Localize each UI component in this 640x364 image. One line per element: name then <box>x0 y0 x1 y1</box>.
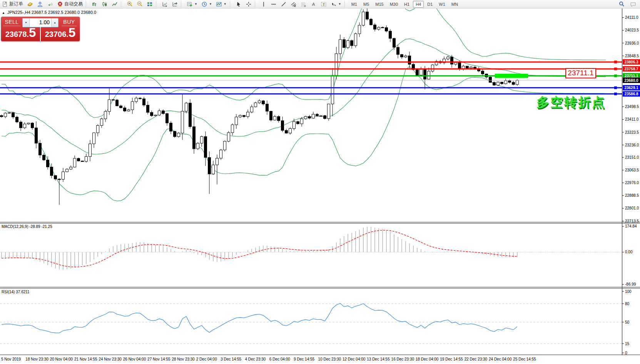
signals-button[interactable] <box>45 0 55 8</box>
candle-body <box>416 70 419 75</box>
macd-histogram-bar <box>228 252 229 259</box>
crosshair-button[interactable] <box>244 0 254 8</box>
macd-histogram-bar <box>417 248 418 252</box>
zoom-in-button[interactable] <box>125 0 135 8</box>
market-watch-button[interactable] <box>25 0 35 8</box>
zoom-out-icon <box>137 1 143 7</box>
timeframe-button-m1[interactable]: M1 <box>349 1 360 8</box>
time-axis-label: 24 Dec 04:00 <box>489 357 512 361</box>
template-button[interactable]: ▼ <box>214 0 229 8</box>
volume-increase-button[interactable]: ▲ <box>51 18 58 27</box>
timeframe-button-h1[interactable]: H1 <box>401 1 412 8</box>
macd-histogram-bar <box>348 234 348 252</box>
new-order-button[interactable]: 新订单 <box>0 0 25 8</box>
timeframe-button-d1[interactable]: D1 <box>424 1 435 8</box>
chart-canvas[interactable]: 23806.323758.723711.123629.123586.823680… <box>0 8 640 364</box>
macd-histogram-bar <box>436 252 437 253</box>
zoom-out-button[interactable] <box>135 0 145 8</box>
template-icon <box>216 1 222 7</box>
bollinger-bands <box>2 8 606 201</box>
timeframe-button-mn[interactable]: MN <box>449 1 461 8</box>
timeframe-button-m5[interactable]: M5 <box>361 1 372 8</box>
macd-histogram-bar <box>32 252 33 259</box>
buy-price-button[interactable]: 23706.5 <box>41 27 80 41</box>
indicator-window-button[interactable] <box>160 0 170 8</box>
turning-point-annotation[interactable]: 多空转折点 <box>536 94 606 111</box>
hline-tool-button[interactable] <box>269 0 279 8</box>
cursor-button[interactable] <box>234 0 244 8</box>
channel-tool-button[interactable]: E <box>289 0 299 8</box>
candle-body <box>66 169 69 172</box>
time-axis-label: 12 Dec 04:00 <box>343 357 366 361</box>
one-click-trade-panel: SELL ▼ 1.00 ▲ BUY 23678.5 23706.5 <box>1 17 80 42</box>
timeframe-button-w1[interactable]: W1 <box>436 1 448 8</box>
vline-tool-button[interactable] <box>259 0 269 8</box>
price-tick-label: 23151.0 <box>625 155 639 160</box>
candle-body <box>35 128 38 143</box>
price-tick-label: 23848.5 <box>625 54 639 58</box>
macd-histogram-bar <box>371 227 371 252</box>
macd-histogram-bar <box>401 239 402 252</box>
buy-button[interactable]: BUY <box>58 18 80 26</box>
time-axis-label: 4 Dec 23:30 <box>245 357 266 361</box>
macd-histogram-bar <box>182 251 183 252</box>
candle-body <box>0 116 3 117</box>
macd-histogram-bar <box>463 252 464 253</box>
rsi-tick-label: 80 <box>625 302 630 306</box>
fibo-tool-button[interactable]: F <box>299 0 309 8</box>
candle-body <box>343 40 346 48</box>
search-icon[interactable] <box>618 1 625 7</box>
bar-chart-button[interactable] <box>90 0 100 8</box>
period-button[interactable]: ▼ <box>199 0 214 8</box>
sell-price-button[interactable]: 23678.5 <box>1 27 41 41</box>
timeframe-button-m30[interactable]: M30 <box>387 1 401 8</box>
time-axis-label: 13 Dec 14:55 <box>367 357 390 361</box>
sell-button[interactable]: SELL <box>1 18 22 26</box>
label-tool-button[interactable]: T <box>319 0 329 8</box>
macd-histogram-bar <box>336 243 337 252</box>
price-callout-box[interactable]: 23711.1 <box>565 68 596 78</box>
clock-icon <box>201 1 207 7</box>
macd-histogram-bar <box>444 252 444 252</box>
accounts-button[interactable] <box>35 0 45 8</box>
line-chart-button[interactable] <box>110 0 120 8</box>
candle-body <box>516 80 519 85</box>
macd-histogram-bar <box>328 249 329 252</box>
macd-histogram-bar <box>155 245 156 252</box>
arrows-tool-button[interactable]: ▼ <box>329 0 343 8</box>
candle-body <box>131 101 134 110</box>
tile-windows-button[interactable] <box>145 0 155 8</box>
candle-body <box>216 158 219 165</box>
candle-body <box>455 62 457 64</box>
candlestick-button[interactable] <box>100 0 110 8</box>
text-tool-button[interactable]: A <box>309 0 319 8</box>
macd-histogram-bar <box>390 232 391 252</box>
macd-histogram-bar <box>244 252 244 252</box>
highlight-bar[interactable] <box>495 74 528 78</box>
candle-body <box>251 107 253 112</box>
new-chart-button[interactable]: ▼ <box>185 0 199 8</box>
text-label-icon: T <box>321 1 327 7</box>
candle-body <box>112 100 115 100</box>
macd-histogram-bar <box>413 246 414 252</box>
timeframe-button-m15[interactable]: M15 <box>373 1 386 8</box>
macd-histogram-bar <box>1 252 2 258</box>
candle-body <box>466 66 469 68</box>
trendline-tool-button[interactable] <box>279 0 289 8</box>
macd-histogram-bar <box>47 252 48 265</box>
crosshair-icon <box>246 1 252 7</box>
macd-histogram-bar <box>55 252 56 269</box>
price-tick-label: 24111.0 <box>625 15 638 20</box>
timeframe-bar: M1M5M15M30H1H4D1W1MN <box>348 1 461 8</box>
cursor-icon <box>236 1 242 7</box>
timeframe-button-h4[interactable]: H4 <box>413 1 424 8</box>
macd-histogram-bar <box>140 242 140 252</box>
price-tick-label: 23411.0 <box>625 117 639 121</box>
candle-body <box>358 25 361 34</box>
chat-icon[interactable] <box>630 1 636 7</box>
autotrade-button[interactable]: 自动交易 <box>55 0 85 8</box>
indicator-window2-button[interactable] <box>170 0 180 8</box>
candle-body <box>220 150 222 158</box>
toolbar-separator <box>230 1 232 7</box>
volume-input[interactable]: ▼ 1.00 ▲ <box>22 18 58 27</box>
